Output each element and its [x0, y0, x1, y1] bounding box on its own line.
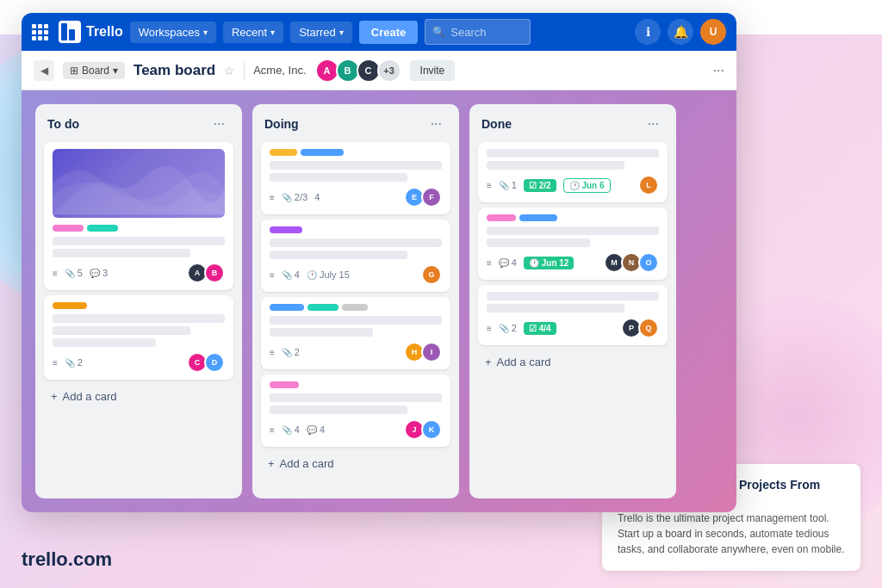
navbar: Trello Workspaces ▾ Recent ▾ Starred ▾ C… [22, 13, 736, 51]
done-badge-date: 🕐 Jun 6 [563, 178, 611, 193]
attach-icon-2: 📎 [65, 358, 75, 368]
done-meta-3: ≡ 📎 2 ☑ 4/4 P Q [487, 318, 659, 338]
doing-avatars-4: J K [404, 419, 442, 440]
attach-icon-4: 📎 [282, 270, 292, 280]
recent-menu[interactable]: Recent ▾ [223, 22, 283, 43]
board-type-badge: ⊞ Board ▾ [63, 62, 125, 79]
board-icon: ⊞ [70, 65, 78, 77]
search-bar[interactable]: 🔍 Search [425, 19, 531, 45]
attach-icon-7: 📎 [499, 181, 509, 190]
list-doing-menu[interactable]: ··· [425, 115, 447, 133]
list-done-menu[interactable]: ··· [643, 115, 664, 133]
plus-icon: + [51, 390, 58, 403]
trello-wordmark: Trello [86, 24, 123, 40]
todo-add-card[interactable]: + Add a card [44, 385, 233, 408]
done-add-card[interactable]: + Add a card [478, 350, 668, 374]
card-avatars-2: C D [187, 352, 225, 373]
doing-add-card[interactable]: + Add a card [261, 452, 450, 475]
desc-icon-9: ≡ [487, 324, 492, 333]
trello-screenshot: Trello Workspaces ▾ Recent ▾ Starred ▾ C… [22, 13, 736, 512]
todo-card-2[interactable]: ≡ 📎 2 C D [44, 295, 233, 380]
card-labels-2 [53, 302, 225, 309]
doing-meta-desc: ≡ [270, 193, 275, 202]
doing-meta-clock: 🕐 July 15 [307, 269, 350, 280]
trello-icon [59, 21, 81, 43]
card-meta-attach: 📎 5 [65, 268, 83, 278]
doing-member-3: G [421, 264, 442, 285]
label-pink [53, 225, 84, 232]
doing-text-5 [270, 316, 442, 325]
doing-member-7: K [421, 419, 442, 440]
card-meta-2: ≡ 📎 2 C D [53, 352, 225, 373]
label-yellow [53, 302, 87, 309]
done-card-3[interactable]: ≡ 📎 2 ☑ 4/4 P Q [478, 285, 668, 345]
doing-avatars-1: E F [404, 187, 442, 207]
done-avatars-2: M N O [604, 252, 659, 273]
card-text-2 [53, 249, 190, 257]
trello-logo[interactable]: Trello [59, 21, 123, 43]
user-avatar[interactable]: U [700, 19, 726, 45]
doing-member-5: I [421, 342, 442, 362]
doing-labels-1 [270, 149, 442, 156]
list-todo-title: To do [47, 117, 79, 131]
board-title: Team board [134, 62, 215, 79]
info-card-text: Trello is the ultimate project managemen… [618, 511, 845, 557]
doing-meta-3: ≡ 📎 2 H I [270, 342, 442, 362]
description-icon: ≡ [53, 269, 58, 278]
board-type-chevron-icon: ▾ [113, 65, 118, 77]
member-count-badge[interactable]: +3 [377, 59, 401, 83]
doing-card-2[interactable]: ≡ 📎 4 🕐 July 15 G [261, 220, 450, 292]
invite-button[interactable]: Invite [410, 60, 456, 81]
doing-card-4[interactable]: ≡ 📎 4 💬 4 J K [261, 374, 450, 447]
card-member-2: B [204, 263, 225, 283]
doing-labels-2 [270, 226, 442, 233]
comment-icon-3: 💬 [499, 258, 509, 268]
notification-icon-button[interactable]: 🔔 [668, 19, 693, 45]
list-todo: To do ··· [35, 104, 242, 498]
doing-text-2 [270, 173, 407, 182]
star-icon[interactable]: ☆ [224, 64, 235, 77]
doing-card-1[interactable]: ≡ 📎 2/3 4 E F [261, 142, 450, 214]
sidebar-toggle[interactable]: ◀ [34, 60, 54, 81]
list-todo-header: To do ··· [44, 113, 233, 135]
board-members: A B C +3 [315, 59, 401, 83]
workspaces-menu[interactable]: Workspaces ▾ [130, 22, 216, 43]
info-icon-button[interactable]: ℹ [635, 19, 661, 45]
label-teal [87, 225, 118, 232]
starred-menu[interactable]: Starred ▾ [290, 22, 352, 43]
desc-icon-4: ≡ [270, 270, 275, 280]
desc-icon-3: ≡ [270, 193, 275, 202]
recent-chevron-icon: ▾ [270, 28, 275, 37]
list-todo-menu[interactable]: ··· [208, 115, 230, 133]
done-meta-2: ≡ 💬 4 🕐 Jun 12 M N O [487, 252, 659, 273]
label-yellow-1 [270, 149, 297, 156]
list-done: Done ··· ≡ 📎 1 ☑ 2/2 🕐 Jun 6 [469, 104, 676, 498]
doing-meta-1: ≡ 📎 2/3 4 E F [270, 187, 442, 207]
doing-text-7 [270, 393, 442, 402]
list-doing: Doing ··· ≡ 📎 2/3 [252, 104, 459, 498]
attach-icon-8: 📎 [499, 324, 509, 333]
header-more-button[interactable]: ··· [713, 63, 724, 78]
done-meta-desc3: ≡ [487, 324, 492, 333]
done-text-6 [487, 304, 624, 313]
done-card-2[interactable]: ≡ 💬 4 🕐 Jun 12 M N O [478, 207, 668, 280]
doing-text-6 [270, 328, 373, 337]
done-card-1[interactable]: ≡ 📎 1 ☑ 2/2 🕐 Jun 6 L [478, 142, 668, 202]
workspaces-chevron-icon: ▾ [203, 28, 208, 37]
card-meta-desc-2: ≡ [53, 358, 58, 368]
done-badge-count3: ☑ 4/4 [524, 322, 556, 335]
doing-text-4 [270, 251, 407, 259]
board-body: To do ··· [22, 90, 736, 512]
doing-card-3[interactable]: ≡ 📎 2 H I [261, 297, 450, 369]
card-meta-comment: 💬 3 [90, 268, 108, 278]
done-meta-1: ≡ 📎 1 ☑ 2/2 🕐 Jun 6 L [487, 175, 659, 195]
list-done-header: Done ··· [478, 113, 668, 135]
todo-card-1[interactable]: ≡ 📎 5 💬 3 A B [44, 142, 233, 290]
done-avatars-1: L [638, 175, 659, 195]
card-meta-attach-2: 📎 2 [65, 357, 83, 368]
grid-icon[interactable] [32, 24, 48, 40]
create-button[interactable]: Create [359, 21, 418, 44]
done-labels-2 [487, 214, 659, 221]
workspace-label: Acme, Inc. [253, 64, 306, 77]
list-done-title: Done [481, 117, 512, 131]
